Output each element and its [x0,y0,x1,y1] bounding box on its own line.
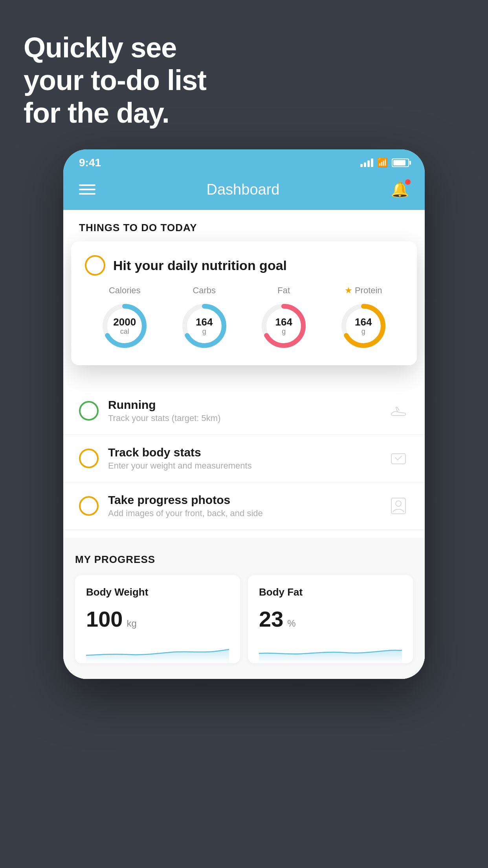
calories-donut: 2000 cal [99,300,150,351]
photos-checkbox[interactable] [79,496,99,516]
protein-stat: ★ Protein 164 g [338,285,389,351]
nutrition-checkbox[interactable] [85,255,105,276]
calories-value: 2000 cal [113,316,136,335]
carbs-donut: 164 g [179,300,230,351]
nav-bar: Dashboard 🔔 [63,173,425,210]
body-fat-value-row: 23 % [259,606,402,632]
running-title: Running [108,398,378,412]
photos-title: Take progress photos [108,493,378,507]
body-stats-checkbox[interactable] [79,449,99,468]
body-weight-value-row: 100 kg [86,606,229,632]
running-text: Running Track your stats (target: 5km) [108,398,378,423]
photos-text: Take progress photos Add images of your … [108,493,378,519]
todo-item-body-stats[interactable]: Track body stats Enter your weight and m… [63,435,425,482]
star-icon: ★ [345,285,352,296]
protein-label: ★ Protein [345,285,382,296]
calories-label: Calories [109,285,141,296]
todo-item-photos[interactable]: Take progress photos Add images of your … [63,482,425,530]
carbs-label: Carbs [193,285,216,296]
shoe-icon [388,400,409,421]
signal-icon [360,158,373,167]
status-icons: 📶 [360,158,409,168]
battery-icon [392,158,409,167]
body-weight-card[interactable]: Body Weight 100 kg [75,575,240,663]
body-weight-chart [86,640,229,663]
body-fat-unit: % [287,618,295,629]
fat-label: Fat [277,285,290,296]
progress-cards: Body Weight 100 kg [75,575,413,663]
protein-value: 164 g [355,316,372,335]
nutrition-card-header: Hit your daily nutrition goal [85,255,403,276]
progress-section: MY PROGRESS Body Weight 100 kg [63,538,425,679]
photos-subtitle: Add images of your front, back, and side [108,508,378,519]
scale-icon [388,448,409,469]
fat-value: 164 g [275,316,292,335]
nav-title: Dashboard [207,181,280,198]
status-time: 9:41 [79,156,101,169]
body-stats-title: Track body stats [108,446,378,459]
calories-stat: Calories 2000 cal [99,285,150,351]
carbs-stat: Carbs 164 g [179,285,230,351]
body-stats-text: Track body stats Enter your weight and m… [108,446,378,471]
body-fat-card[interactable]: Body Fat 23 % [248,575,413,663]
fat-donut: 164 g [258,300,309,351]
phone-frame: 9:41 📶 Dashboard 🔔 THINGS TO DO TODAY [63,149,425,679]
fat-stat: Fat 164 g [258,285,309,351]
menu-button[interactable] [79,184,95,195]
body-fat-value: 23 [259,606,283,632]
notification-bell-icon[interactable]: 🔔 [391,181,409,198]
protein-donut: 164 g [338,300,389,351]
body-fat-label: Body Fat [259,586,402,598]
things-to-do-header: THINGS TO DO TODAY [63,210,425,242]
progress-section-title: MY PROGRESS [75,554,413,566]
hero-headline: Quickly see your to-do list for the day. [24,31,206,129]
nutrition-card-title: Hit your daily nutrition goal [113,258,287,273]
svg-point-10 [396,501,401,506]
body-fat-chart [259,640,402,663]
notification-dot [405,179,411,185]
body-weight-value: 100 [86,606,123,632]
nutrition-card: Hit your daily nutrition goal Calories 2… [71,241,417,365]
carbs-value: 164 g [196,316,213,335]
body-stats-subtitle: Enter your weight and measurements [108,461,378,471]
running-checkbox[interactable] [79,401,99,421]
nutrition-stats: Calories 2000 cal Carbs [85,285,403,351]
phone-content: THINGS TO DO TODAY Hit your daily nutrit… [63,210,425,679]
running-subtitle: Track your stats (target: 5km) [108,413,378,423]
body-weight-label: Body Weight [86,586,229,598]
todo-item-running[interactable]: Running Track your stats (target: 5km) [63,387,425,435]
status-bar: 9:41 📶 [63,149,425,173]
wifi-icon: 📶 [377,158,388,168]
person-icon [388,495,409,517]
body-weight-unit: kg [127,618,136,629]
